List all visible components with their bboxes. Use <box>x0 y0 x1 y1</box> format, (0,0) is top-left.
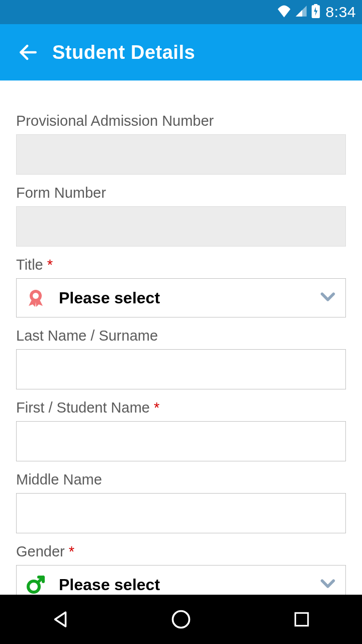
label-form-number: Form Number <box>16 185 346 201</box>
nav-home-button[interactable] <box>151 608 211 630</box>
wifi-icon <box>277 5 292 20</box>
chevron-down-icon <box>319 575 336 594</box>
input-admission <box>16 134 346 175</box>
field-form-number: Form Number <box>16 185 346 247</box>
input-form-number <box>16 206 346 247</box>
status-bar: 8:34 <box>0 0 362 24</box>
input-middle-name[interactable] <box>16 493 346 533</box>
required-indicator: * <box>47 257 53 273</box>
form-content: Provisional Admission Number Form Number… <box>0 80 362 614</box>
field-last-name: Last Name / Surname <box>16 328 346 389</box>
select-gender-text: Please select <box>59 576 319 594</box>
nav-recent-button[interactable] <box>272 610 332 629</box>
chevron-down-icon <box>319 288 336 307</box>
ribbon-icon <box>26 288 46 308</box>
label-gender: Gender * <box>16 543 346 560</box>
input-first-name[interactable] <box>16 421 346 461</box>
label-middle-name: Middle Name <box>16 471 346 488</box>
label-admission: Provisional Admission Number <box>16 113 346 129</box>
signal-icon <box>295 5 308 20</box>
label-last-name: Last Name / Surname <box>16 328 346 344</box>
field-middle-name: Middle Name <box>16 471 346 533</box>
field-title: Title * Please select <box>16 257 346 317</box>
svg-point-3 <box>33 293 39 299</box>
svg-rect-1 <box>314 4 317 6</box>
select-title[interactable]: Please select <box>16 278 346 317</box>
label-title: Title * <box>16 257 346 273</box>
select-title-text: Please select <box>59 289 319 307</box>
label-first-name: First / Student Name * <box>16 399 346 416</box>
battery-icon <box>311 4 321 20</box>
field-admission: Provisional Admission Number <box>16 113 346 175</box>
required-indicator: * <box>154 399 159 416</box>
page-title: Student Details <box>52 42 195 63</box>
status-time: 8:34 <box>326 4 356 21</box>
svg-rect-6 <box>295 613 308 625</box>
nav-back-button[interactable] <box>30 609 90 630</box>
required-indicator: * <box>69 543 74 559</box>
input-last-name[interactable] <box>16 349 346 389</box>
svg-point-5 <box>173 611 190 628</box>
app-bar: Student Details <box>0 24 362 80</box>
field-first-name: First / Student Name * <box>16 399 346 461</box>
male-icon <box>26 575 46 595</box>
android-nav-bar <box>0 595 362 644</box>
back-button[interactable] <box>4 24 52 80</box>
